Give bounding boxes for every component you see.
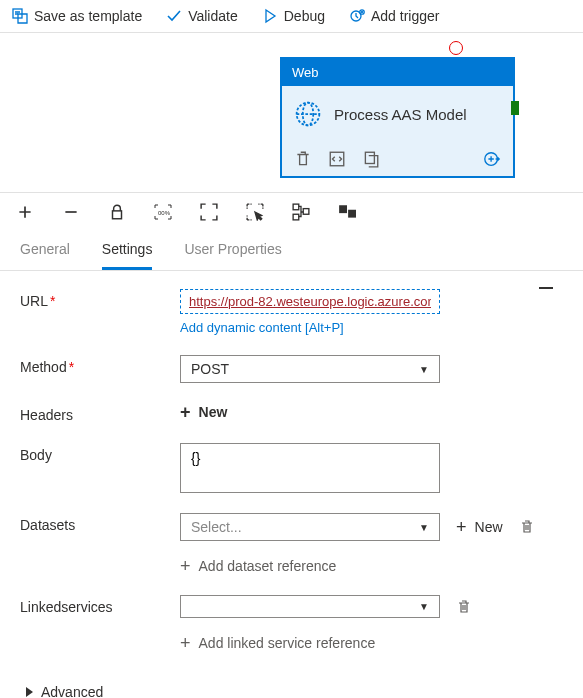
copy-node-icon[interactable] <box>362 150 380 168</box>
panel-grip[interactable] <box>539 287 553 289</box>
pipeline-canvas[interactable]: Web Process AAS Model <box>0 33 583 193</box>
layout-icon[interactable] <box>292 203 310 221</box>
tab-user-properties[interactable]: User Properties <box>184 231 281 270</box>
validate-label: Validate <box>188 8 238 24</box>
method-select[interactable]: POST ▼ <box>180 355 440 383</box>
advanced-label: Advanced <box>41 684 103 698</box>
canvas-indicator-icon <box>449 41 463 55</box>
delete-node-icon[interactable] <box>294 150 312 168</box>
add-linked-service-reference-button[interactable]: + Add linked service reference <box>180 634 563 652</box>
body-textarea[interactable] <box>180 443 440 493</box>
play-icon <box>262 8 278 24</box>
chevron-down-icon: ▼ <box>419 522 429 533</box>
save-template-icon <box>12 8 28 24</box>
plus-icon: + <box>180 403 191 421</box>
property-tabs: General Settings User Properties <box>0 231 583 271</box>
zoom-100-icon[interactable]: 00% <box>154 203 172 221</box>
caret-right-icon <box>26 687 33 697</box>
debug-button[interactable]: Debug <box>262 8 325 24</box>
plus-icon: + <box>180 634 191 652</box>
headers-new-button[interactable]: + New <box>180 403 563 421</box>
debug-label: Debug <box>284 8 325 24</box>
web-activity-node[interactable]: Web Process AAS Model <box>280 57 515 178</box>
node-body: Process AAS Model <box>282 86 513 142</box>
svg-rect-11 <box>293 204 299 210</box>
plus-icon: + <box>456 518 467 536</box>
zoom-out-icon[interactable] <box>62 203 80 221</box>
tab-general[interactable]: General <box>20 231 70 270</box>
node-actions <box>282 142 513 176</box>
svg-rect-9 <box>113 211 122 219</box>
datasets-delete-icon[interactable] <box>519 519 535 535</box>
datasets-new-button[interactable]: + New <box>456 518 503 536</box>
trigger-icon <box>349 8 365 24</box>
plus-icon: + <box>180 557 191 575</box>
chevron-down-icon: ▼ <box>419 601 429 612</box>
svg-text:00%: 00% <box>158 210 171 216</box>
zoom-in-icon[interactable] <box>16 203 34 221</box>
datasets-placeholder: Select... <box>191 519 242 535</box>
svg-rect-14 <box>339 205 347 213</box>
body-label: Body <box>20 443 180 463</box>
linkedservices-label: Linkedservices <box>20 595 180 615</box>
linkedservices-delete-icon[interactable] <box>456 599 472 615</box>
tab-settings[interactable]: Settings <box>102 231 153 270</box>
node-output-handle[interactable] <box>511 101 519 115</box>
check-icon <box>166 8 182 24</box>
headers-label: Headers <box>20 403 180 423</box>
lock-icon[interactable] <box>108 203 126 221</box>
add-trigger-button[interactable]: Add trigger <box>349 8 439 24</box>
datasets-select[interactable]: Select... ▼ <box>180 513 440 541</box>
add-output-icon[interactable] <box>483 150 501 168</box>
svg-rect-7 <box>365 152 374 163</box>
chevron-down-icon: ▼ <box>419 364 429 375</box>
advanced-toggle[interactable]: Advanced <box>20 672 563 698</box>
align-icon[interactable] <box>338 203 356 221</box>
add-dataset-reference-button[interactable]: + Add dataset reference <box>180 557 563 575</box>
web-icon <box>294 100 322 128</box>
linkedservices-select[interactable]: ▼ <box>180 595 440 618</box>
method-label: Method* <box>20 355 180 375</box>
svg-rect-12 <box>293 214 299 220</box>
select-icon[interactable] <box>246 203 264 221</box>
url-label: URL* <box>20 289 180 309</box>
top-toolbar: Save as template Validate Debug Add trig… <box>0 0 583 33</box>
node-type-label: Web <box>282 59 513 86</box>
svg-rect-13 <box>303 209 309 215</box>
save-as-template-button[interactable]: Save as template <box>12 8 142 24</box>
validate-button[interactable]: Validate <box>166 8 238 24</box>
url-input[interactable] <box>180 289 440 314</box>
add-dynamic-content-link[interactable]: Add dynamic content [Alt+P] <box>180 320 563 335</box>
method-value: POST <box>191 361 229 377</box>
add-trigger-label: Add trigger <box>371 8 439 24</box>
settings-form: URL* Add dynamic content [Alt+P] Method*… <box>0 271 583 698</box>
code-node-icon[interactable] <box>328 150 346 168</box>
svg-rect-15 <box>348 210 356 218</box>
datasets-label: Datasets <box>20 513 180 533</box>
canvas-tools: 00% <box>0 193 583 231</box>
fit-screen-icon[interactable] <box>200 203 218 221</box>
save-template-label: Save as template <box>34 8 142 24</box>
node-title: Process AAS Model <box>334 106 467 123</box>
